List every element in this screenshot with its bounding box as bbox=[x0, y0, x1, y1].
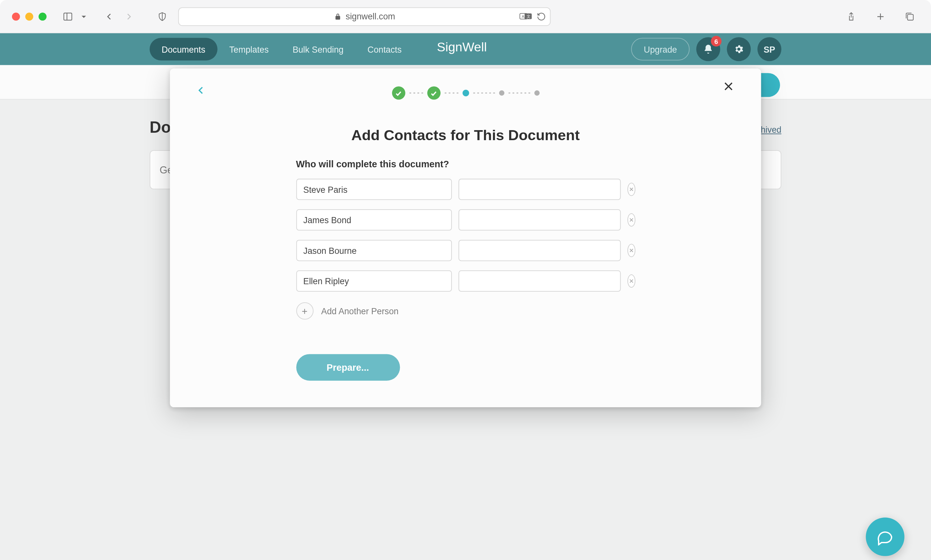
settings-button[interactable] bbox=[727, 37, 750, 61]
step-1-done bbox=[392, 86, 405, 100]
remove-contact-button[interactable] bbox=[627, 244, 635, 257]
window-fullscreen-button[interactable] bbox=[39, 12, 46, 20]
nav-tab-contacts[interactable]: Contacts bbox=[355, 38, 414, 60]
page-body: Doc hived Ge bbox=[0, 65, 931, 560]
svg-rect-9 bbox=[908, 14, 913, 20]
progress-stepper bbox=[392, 86, 540, 100]
close-icon bbox=[723, 80, 735, 92]
bell-icon bbox=[703, 44, 713, 55]
new-tab-button[interactable] bbox=[871, 7, 890, 26]
contact-row bbox=[296, 209, 635, 231]
plus-icon: + bbox=[296, 302, 313, 319]
contact-email-input[interactable] bbox=[458, 270, 620, 292]
badge-count: 6 bbox=[715, 37, 718, 45]
remove-contact-button[interactable] bbox=[627, 213, 635, 226]
nav-tab-label: Contacts bbox=[367, 44, 402, 54]
reload-icon[interactable] bbox=[537, 12, 546, 21]
nav-tabs: Documents Templates Bulk Sending Contact… bbox=[150, 38, 414, 60]
app-header: Documents Templates Bulk Sending Contact… bbox=[0, 33, 931, 65]
nav-back-button[interactable] bbox=[100, 7, 119, 26]
avatar-button[interactable]: SP bbox=[757, 37, 781, 61]
svg-text:文: 文 bbox=[526, 14, 531, 18]
nav-tab-bulk-sending[interactable]: Bulk Sending bbox=[281, 38, 355, 60]
help-chat-button[interactable] bbox=[866, 518, 904, 556]
share-button[interactable] bbox=[842, 7, 860, 26]
nav-tab-label: Bulk Sending bbox=[293, 44, 344, 54]
contact-name-input[interactable] bbox=[296, 270, 451, 292]
add-another-person-button[interactable]: + Add Another Person bbox=[296, 302, 635, 319]
url-bar[interactable]: signwell.com A文 bbox=[178, 7, 551, 26]
step-4-future bbox=[499, 91, 504, 95]
nav-tab-label: Templates bbox=[229, 44, 269, 54]
x-icon bbox=[628, 217, 634, 223]
nav-tab-label: Documents bbox=[162, 44, 205, 54]
svg-text:SignWell: SignWell bbox=[437, 40, 487, 54]
avatar-initials: SP bbox=[764, 44, 775, 54]
x-icon bbox=[628, 187, 634, 192]
upgrade-label: Upgrade bbox=[644, 44, 677, 54]
contact-row bbox=[296, 178, 635, 200]
svg-rect-0 bbox=[64, 12, 72, 20]
window-minimize-button[interactable] bbox=[25, 12, 33, 20]
modal-title: Add Contacts for This Document bbox=[196, 127, 735, 144]
modal-back-button[interactable] bbox=[196, 83, 206, 100]
upgrade-button[interactable]: Upgrade bbox=[631, 38, 690, 60]
show-tabs-button[interactable] bbox=[900, 7, 919, 26]
window-close-button[interactable] bbox=[12, 12, 20, 20]
contact-name-input[interactable] bbox=[296, 240, 451, 261]
contact-name-input[interactable] bbox=[296, 178, 451, 200]
notification-badge: 6 bbox=[711, 36, 721, 46]
step-3-current bbox=[462, 90, 469, 97]
add-contacts-modal: Add Contacts for This Document Who will … bbox=[170, 68, 761, 407]
translate-icon[interactable]: A文 bbox=[519, 12, 533, 21]
nav-tab-documents[interactable]: Documents bbox=[150, 38, 217, 60]
brand-logo[interactable]: SignWell bbox=[437, 38, 494, 60]
svg-text:A: A bbox=[522, 14, 524, 18]
gear-icon bbox=[733, 44, 744, 55]
contact-email-input[interactable] bbox=[458, 209, 620, 231]
x-icon bbox=[628, 248, 634, 253]
contact-email-input[interactable] bbox=[458, 240, 620, 261]
tab-group-dropdown[interactable] bbox=[79, 7, 89, 26]
browser-toolbar: signwell.com A文 bbox=[0, 0, 931, 33]
contact-email-input[interactable] bbox=[458, 178, 620, 200]
contact-name-input[interactable] bbox=[296, 209, 451, 231]
nav-forward-button[interactable] bbox=[120, 7, 138, 26]
modal-subtitle: Who will complete this document? bbox=[296, 159, 635, 169]
prepare-button[interactable]: Prepare... bbox=[296, 354, 400, 380]
step-5-future bbox=[534, 91, 539, 95]
nav-tab-templates[interactable]: Templates bbox=[217, 38, 281, 60]
window-traffic-lights bbox=[12, 12, 46, 20]
modal-close-button[interactable] bbox=[723, 79, 735, 96]
step-2-done bbox=[427, 86, 440, 100]
privacy-shield-icon[interactable] bbox=[153, 7, 171, 26]
remove-contact-button[interactable] bbox=[627, 183, 635, 196]
chat-icon bbox=[876, 528, 894, 545]
contact-row bbox=[296, 240, 635, 261]
archived-link[interactable]: hived bbox=[761, 125, 781, 135]
sidebar-toggle-button[interactable] bbox=[59, 7, 77, 26]
url-host-text: signwell.com bbox=[346, 11, 395, 21]
x-icon bbox=[628, 278, 634, 283]
prepare-label: Prepare... bbox=[326, 362, 369, 373]
contact-row bbox=[296, 270, 635, 292]
remove-contact-button[interactable] bbox=[627, 274, 635, 288]
notifications-button[interactable]: 6 bbox=[696, 37, 720, 61]
add-person-label: Add Another Person bbox=[321, 306, 398, 316]
lock-icon bbox=[333, 12, 342, 20]
